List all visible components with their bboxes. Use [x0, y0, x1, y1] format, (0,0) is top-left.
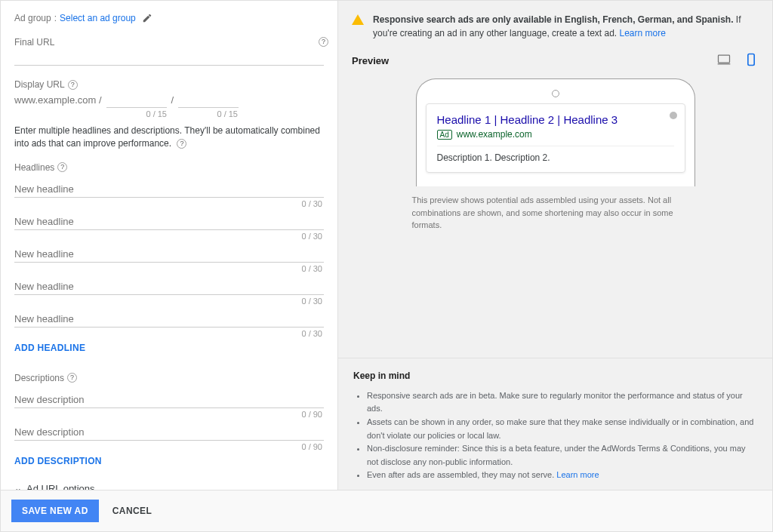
headline-input-3[interactable]: [14, 245, 324, 263]
keep-item: Responsive search ads are in beta. Make …: [367, 389, 757, 416]
headline-counter: 0 / 30: [14, 199, 324, 208]
final-url-input[interactable]: [14, 48, 324, 66]
pencil-icon[interactable]: [142, 13, 152, 23]
add-headline-button[interactable]: ADD HEADLINE: [14, 343, 324, 353]
ad-group-label: Ad group: [14, 13, 51, 23]
select-ad-group-link[interactable]: Select an ad group: [60, 13, 136, 23]
keep-in-mind-panel: Keep in mind Responsive search ads are i…: [338, 358, 772, 490]
display-path1-input[interactable]: [106, 93, 167, 108]
svg-rect-1: [748, 54, 754, 66]
preview-headline: Headline 1 | Headline 2 | Headline 3: [437, 113, 674, 126]
headline-input-5[interactable]: [14, 310, 324, 328]
help-icon[interactable]: ?: [177, 139, 186, 149]
editor-pane: Ad group: Select an ad group Final URL ?…: [1, 1, 338, 490]
footer-bar: SAVE NEW AD CANCEL: [1, 490, 772, 531]
intro-text: Enter multiple headlines and description…: [14, 125, 324, 150]
headline-input-1[interactable]: [14, 180, 324, 198]
headline-input-2[interactable]: [14, 213, 324, 230]
keep-item: Even after ads are assembled, they may n…: [367, 469, 757, 482]
final-url-field: Final URL ?: [14, 37, 324, 66]
desktop-preview-icon[interactable]: [716, 52, 731, 69]
learn-more-link[interactable]: Learn more: [620, 28, 666, 38]
add-description-button[interactable]: ADD DESCRIPTION: [14, 456, 324, 466]
headline-counter: 0 / 30: [14, 232, 324, 241]
phone-speaker-icon: [552, 90, 559, 97]
headline-input-4[interactable]: [14, 278, 324, 295]
svg-rect-0: [719, 55, 730, 63]
warning-icon: [352, 14, 364, 25]
ad-preview-card: Headline 1 | Headline 2 | Headline 3 Ad …: [426, 103, 685, 173]
display-url-prefix: www.example.com /: [14, 94, 102, 106]
keep-title: Keep in mind: [353, 369, 757, 383]
chevron-down-icon: ⌄: [14, 483, 22, 490]
preview-title: Preview: [352, 55, 389, 66]
headlines-title: Headlines ?: [14, 162, 324, 173]
description-input-1[interactable]: [14, 391, 324, 408]
keep-item: Non-disclosure reminder: Since this is a…: [367, 442, 757, 469]
mobile-preview-icon[interactable]: [744, 52, 759, 69]
display-path2-input[interactable]: [178, 93, 239, 108]
preview-pane: Responsive search ads are only available…: [338, 1, 772, 490]
description-counter: 0 / 90: [14, 442, 324, 451]
description-input-2[interactable]: [14, 423, 324, 441]
display-path1-counter: 0 / 15: [99, 109, 167, 118]
help-icon[interactable]: ?: [67, 373, 77, 383]
ad-url-options-expander[interactable]: ⌄ Ad URL options: [14, 483, 324, 490]
display-url-field: Display URL ? www.example.com / / 0 / 15…: [14, 79, 324, 118]
headline-counter: 0 / 30: [14, 329, 324, 338]
descriptions-title: Descriptions ?: [14, 373, 324, 383]
learn-more-link[interactable]: Learn more: [556, 470, 599, 479]
headline-counter: 0 / 30: [14, 297, 324, 306]
phone-frame: Headline 1 | Headline 2 | Headline 3 Ad …: [416, 78, 695, 186]
info-icon[interactable]: [670, 112, 677, 119]
preview-description: Description 1. Description 2.: [437, 146, 674, 163]
save-button[interactable]: SAVE NEW AD: [11, 500, 99, 522]
keep-item: Assets can be shown in any order, so mak…: [367, 416, 757, 442]
cancel-button[interactable]: CANCEL: [112, 506, 152, 516]
headline-counter: 0 / 30: [14, 264, 324, 273]
ad-badge: Ad: [437, 130, 452, 140]
help-icon[interactable]: ?: [57, 162, 67, 172]
display-path2-counter: 0 / 15: [170, 109, 238, 118]
preview-url: www.example.com: [457, 129, 532, 140]
help-icon[interactable]: ?: [319, 37, 328, 47]
ad-group-row: Ad group: Select an ad group: [14, 13, 324, 23]
display-url-label: Display URL: [14, 79, 65, 90]
language-warning-banner: Responsive search ads are only available…: [338, 1, 772, 52]
help-icon[interactable]: ?: [68, 80, 78, 90]
final-url-label: Final URL: [14, 37, 54, 48]
preview-note: This preview shows potential ads assembl…: [382, 194, 729, 232]
description-counter: 0 / 90: [14, 410, 324, 419]
